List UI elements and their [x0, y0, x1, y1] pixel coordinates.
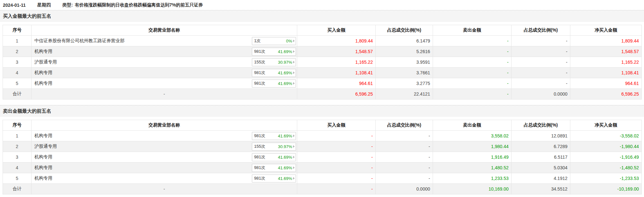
column-header: 占总成交比例(%) — [511, 25, 570, 36]
net-buy-amount-cell: -1,916.49 — [570, 152, 642, 163]
net-buy-amount-cell: 6,596.25 — [570, 89, 642, 99]
total-label-cell: 合计 — [3, 89, 32, 99]
badge-times-count: 981次 — [254, 175, 265, 181]
ranking-times-badge[interactable]: 981次41.69% — [252, 80, 296, 88]
buy-ratio-cell: 5.2616 — [376, 46, 433, 57]
branch-name: 机构专用 — [34, 80, 52, 86]
badge-percent: 41.69% — [278, 49, 292, 54]
sell-amount-cell: - — [433, 89, 511, 99]
branch-name-wrap: 机构专用981次41.69% — [32, 153, 297, 161]
buy-ratio-cell: - — [376, 152, 433, 163]
table-row: 4机构专用981次41.69%--1,480.525.0304-1,480.52 — [3, 163, 642, 173]
sell-ratio-cell: 6.5117 — [511, 152, 570, 163]
column-header: 占总成交比例(%) — [376, 25, 433, 36]
trade-date: 2024-01-11 — [3, 3, 26, 8]
ranking-times-badge[interactable]: 1次0% — [252, 37, 296, 45]
buy-ranking-table: 序号交易营业部名称买入金额占总成交比例(%)卖出金额占总成交比例(%)净买入金额… — [3, 25, 642, 99]
buy-amount-cell: - — [297, 173, 376, 184]
table-row: 5机构专用981次41.69%964.613.2775--964.61 — [3, 78, 642, 89]
sell-section-title: 卖出金额最大的前五名 — [3, 108, 51, 114]
sell-ratio-cell: - — [511, 46, 570, 57]
ranking-times-badge[interactable]: 981次41.69% — [252, 174, 296, 183]
column-header: 交易营业部名称 — [32, 25, 297, 36]
expand-arrow-icon — [293, 71, 295, 74]
branch-name-cell: 机构专用981次41.69% — [32, 163, 297, 173]
sell-ratio-cell: 0.0000 — [511, 89, 570, 99]
buy-amount-cell: - — [297, 163, 376, 173]
sell-ratio-cell: - — [511, 78, 570, 89]
badge-percent: 41.69% — [278, 81, 292, 86]
rank-cell: 5 — [3, 173, 32, 184]
ranking-times-badge[interactable]: 981次41.69% — [252, 48, 296, 56]
header-row: 序号交易营业部名称买入金额占总成交比例(%)卖出金额占总成交比例(%)净买入金额 — [3, 120, 642, 131]
sell-ratio-cell: 34.5512 — [511, 184, 570, 194]
badge-times-count: 155次 — [254, 59, 265, 65]
expand-arrow-icon — [293, 145, 295, 148]
buy-section-title: 买入金额最大的前五名 — [3, 13, 51, 19]
branch-name-placeholder: - — [32, 91, 297, 97]
branch-name-wrap: 机构专用981次41.69% — [32, 69, 297, 77]
branch-name-cell: 沪股通专用155次30.97% — [32, 141, 297, 152]
table-header-row: 序号交易营业部名称买入金额占总成交比例(%)卖出金额占总成交比例(%)净买入金额 — [3, 25, 642, 36]
branch-name-cell: 中信证券股份有限公司杭州教工路证券营业部1次0% — [32, 36, 297, 46]
badge-percent: 41.69% — [278, 155, 292, 160]
branch-name-cell: 机构专用981次41.69% — [32, 173, 297, 184]
branch-name-cell: 沪股通专用155次30.97% — [32, 57, 297, 68]
buy-ratio-cell: 3.9591 — [376, 57, 433, 68]
badge-times-count: 981次 — [254, 70, 265, 76]
column-header: 净买入金额 — [570, 25, 642, 36]
ranking-times-badge[interactable]: 981次41.69% — [252, 164, 296, 172]
info-bar: 2024-01-11 星期四 类型: 有价格涨跌幅限制的日收盘价格跌幅偏离值达到… — [0, 0, 644, 10]
branch-name: 沪股通专用 — [34, 59, 57, 65]
expand-arrow-icon — [293, 61, 295, 63]
rank-cell: 3 — [3, 57, 32, 68]
expand-arrow-icon — [293, 50, 295, 53]
net-buy-amount-cell: 1,548.57 — [570, 46, 642, 57]
net-buy-amount-cell: -1,233.53 — [570, 173, 642, 184]
branch-name-wrap: 机构专用981次41.69% — [32, 132, 297, 140]
table-row: 5机构专用981次41.69%--1,233.534.1912-1,233.53 — [3, 173, 642, 184]
ranking-times-badge[interactable]: 981次41.69% — [252, 69, 296, 77]
buy-amount-cell: - — [297, 141, 376, 152]
net-buy-amount-cell: -3,558.02 — [570, 131, 642, 141]
buy-amount-cell: 964.61 — [297, 78, 376, 89]
branch-name-wrap: 机构专用981次41.69% — [32, 80, 297, 88]
column-header: 占总成交比例(%) — [376, 120, 433, 131]
table-row: 2机构专用981次41.69%1,548.575.2616--1,548.57 — [3, 46, 642, 57]
branch-name: 中信证券股份有限公司杭州教工路证券营业部 — [34, 38, 124, 44]
branch-name: 机构专用 — [34, 175, 52, 181]
badge-times-count: 981次 — [254, 133, 265, 139]
buy-ratio-cell: - — [376, 173, 433, 184]
badge-percent: 30.97% — [278, 60, 292, 65]
ranking-times-badge[interactable]: 155次30.97% — [252, 143, 296, 151]
buy-ratio-cell: - — [376, 131, 433, 141]
column-header: 序号 — [3, 120, 32, 131]
buy-ratio-cell: 0.0000 — [376, 184, 433, 194]
branch-name-cell: - — [32, 184, 297, 194]
column-header: 卖出金额 — [433, 120, 511, 131]
ranking-times-badge[interactable]: 155次30.97% — [252, 58, 296, 66]
sell-ratio-cell: 6.7289 — [511, 141, 570, 152]
sell-amount-cell: 1,233.53 — [433, 173, 511, 184]
branch-name-wrap: 机构专用981次41.69% — [32, 164, 297, 172]
badge-times-count: 1次 — [254, 38, 261, 44]
badge-times-count: 981次 — [254, 154, 265, 160]
expand-arrow-icon — [293, 40, 295, 42]
sell-ratio-cell: 4.1912 — [511, 173, 570, 184]
badge-percent: 41.69% — [278, 165, 292, 170]
sell-amount-cell: - — [433, 36, 511, 46]
branch-name: 机构专用 — [34, 49, 52, 54]
column-header: 序号 — [3, 25, 32, 36]
sell-amount-cell: 1,480.52 — [433, 163, 511, 173]
ranking-times-badge[interactable]: 981次41.69% — [252, 153, 296, 161]
buy-ratio-cell: 3.2775 — [376, 78, 433, 89]
buy-ratio-cell: - — [376, 141, 433, 152]
buy-amount-cell: 1,548.57 — [297, 46, 376, 57]
sell-amount-cell: 10,169.00 — [433, 184, 511, 194]
table-row: 3机构专用981次41.69%--1,916.496.5117-1,916.49 — [3, 152, 642, 163]
buy-ranking-section: 买入金额最大的前五名 序号交易营业部名称买入金额占总成交比例(%)卖出金额占总成… — [0, 10, 644, 99]
ranking-times-badge[interactable]: 981次41.69% — [252, 132, 296, 140]
header-row: 序号交易营业部名称买入金额占总成交比例(%)卖出金额占总成交比例(%)净买入金额 — [3, 25, 642, 36]
sell-amount-cell: 3,558.02 — [433, 131, 511, 141]
sell-amount-cell: 1,980.44 — [433, 141, 511, 152]
